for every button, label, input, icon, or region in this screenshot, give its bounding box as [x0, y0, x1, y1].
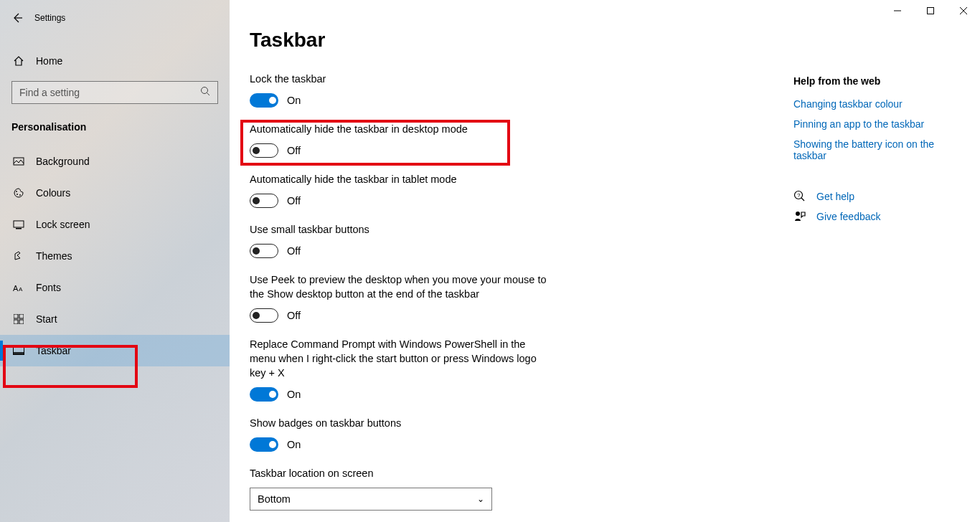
sidebar-item-label: Fonts — [36, 282, 61, 293]
toggle-state: On — [287, 389, 301, 400]
setting-label: Show badges on taskbar buttons — [250, 416, 551, 430]
setting-label: Replace Command Prompt with Windows Powe… — [250, 337, 551, 380]
feedback-icon — [793, 210, 806, 223]
taskbar-icon — [11, 346, 26, 355]
app-title: Settings — [34, 13, 65, 23]
chevron-down-icon: ⌄ — [477, 494, 484, 504]
get-help-link[interactable]: Get help — [816, 191, 854, 202]
lock-screen-icon — [11, 219, 26, 230]
toggle-state: Off — [287, 310, 301, 321]
setting-label: Automatically hide the taskbar in tablet… — [250, 172, 551, 186]
help-link[interactable]: Changing taskbar colour — [793, 98, 960, 110]
search-input[interactable] — [12, 82, 217, 103]
toggle-badges[interactable] — [250, 437, 278, 452]
toggle-state: Off — [287, 145, 301, 156]
start-icon — [11, 314, 26, 324]
sidebar-item-taskbar[interactable]: Taskbar — [0, 335, 230, 366]
svg-rect-18 — [19, 320, 24, 324]
svg-rect-17 — [14, 320, 18, 324]
svg-text:A: A — [13, 284, 19, 293]
search-box[interactable] — [11, 81, 218, 104]
toggle-state: Off — [287, 195, 301, 207]
toggle-autohide-tablet[interactable] — [250, 194, 278, 208]
category-header: Personalisation — [0, 104, 230, 140]
home-icon — [11, 55, 26, 67]
svg-point-8 — [16, 191, 17, 192]
sidebar-home[interactable]: Home — [0, 47, 230, 75]
sidebar-item-lock-screen[interactable]: Lock screen — [0, 209, 230, 240]
help-title: Help from the web — [793, 75, 960, 87]
help-icon: ? — [793, 190, 806, 203]
sidebar-item-label: Lock screen — [36, 219, 90, 230]
picture-icon — [11, 156, 26, 167]
sidebar-item-colours[interactable]: Colours — [0, 177, 230, 209]
svg-rect-12 — [16, 228, 22, 229]
svg-rect-1 — [928, 8, 934, 14]
svg-text:A: A — [19, 286, 23, 293]
search-icon — [200, 86, 210, 99]
toggle-lock-taskbar[interactable] — [250, 93, 278, 108]
help-link[interactable]: Showing the battery icon on the taskbar — [793, 138, 960, 161]
toggle-state: On — [287, 95, 301, 106]
sidebar-item-label: Taskbar — [36, 345, 71, 356]
sidebar: Settings Home Personalisation Background — [0, 0, 230, 522]
sidebar-item-start[interactable]: Start — [0, 303, 230, 335]
svg-rect-20 — [14, 352, 24, 355]
themes-icon — [11, 250, 26, 262]
fonts-icon: AA — [11, 283, 26, 293]
combo-value: Bottom — [258, 493, 291, 505]
setting-label: Lock the taskbar — [250, 72, 551, 86]
give-feedback-link[interactable]: Give feedback — [816, 211, 881, 222]
sidebar-item-label: Background — [36, 156, 90, 167]
sidebar-item-background[interactable]: Background — [0, 146, 230, 177]
sidebar-item-label: Colours — [36, 187, 70, 199]
page-title: Taskbar — [250, 29, 951, 52]
help-panel: Help from the web Changing taskbar colou… — [793, 75, 960, 223]
palette-icon — [11, 187, 26, 199]
toggle-powershell[interactable] — [250, 387, 278, 402]
setting-label: Use small taskbar buttons — [250, 222, 551, 237]
svg-point-10 — [19, 194, 21, 196]
window-controls — [881, 0, 980, 22]
setting-label: Taskbar location on screen — [250, 466, 551, 480]
svg-rect-11 — [14, 221, 24, 227]
sidebar-item-label: Themes — [36, 250, 72, 262]
content-area: Taskbar Lock the taskbar On Automaticall… — [230, 0, 980, 522]
setting-label: Automatically hide the taskbar in deskto… — [250, 122, 551, 136]
toggle-small-buttons[interactable] — [250, 244, 278, 258]
sidebar-item-label: Start — [36, 313, 57, 325]
back-button[interactable] — [0, 4, 34, 32]
svg-point-9 — [17, 194, 18, 195]
sidebar-item-fonts[interactable]: AA Fonts — [0, 272, 230, 303]
setting-label: Use Peek to preview the desktop when you… — [250, 272, 551, 301]
minimize-button[interactable] — [881, 0, 914, 22]
close-button[interactable] — [947, 0, 980, 22]
svg-point-5 — [202, 87, 208, 94]
svg-rect-16 — [19, 314, 24, 318]
svg-point-23 — [796, 212, 800, 216]
toggle-state: Off — [287, 245, 301, 257]
toggle-state: On — [287, 439, 301, 450]
sidebar-home-label: Home — [36, 55, 62, 67]
combo-taskbar-location[interactable]: Bottom ⌄ — [250, 488, 492, 511]
maximize-button[interactable] — [914, 0, 947, 22]
svg-rect-15 — [14, 314, 18, 318]
sidebar-item-themes[interactable]: Themes — [0, 240, 230, 272]
svg-line-6 — [207, 93, 210, 96]
toggle-peek[interactable] — [250, 308, 278, 323]
svg-text:?: ? — [797, 192, 801, 199]
help-link[interactable]: Pinning an app to the taskbar — [793, 118, 960, 130]
toggle-autohide-desktop[interactable] — [250, 143, 278, 158]
